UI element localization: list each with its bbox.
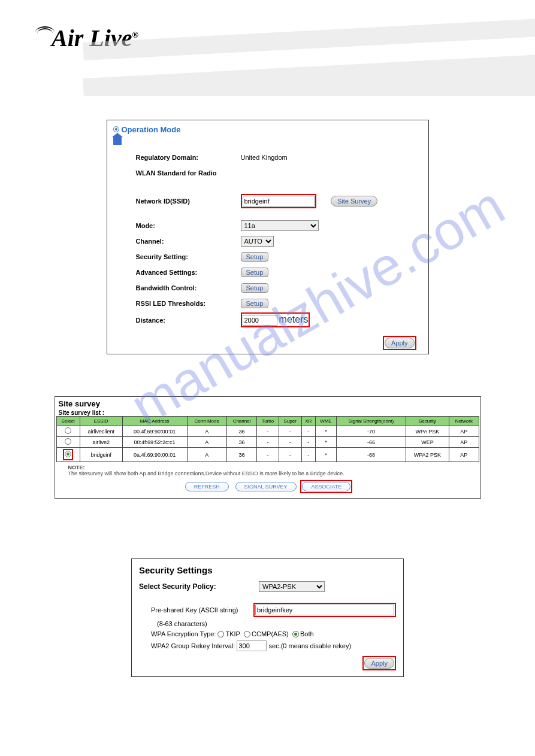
encryption-type-label: WPA Encryption Type: — [151, 630, 216, 637]
table-header: Channel — [227, 417, 257, 426]
ssid-highlight — [241, 194, 316, 208]
both-radio[interactable] — [292, 631, 299, 637]
security-apply-button[interactable]: Apply — [364, 658, 394, 669]
rekey-input[interactable] — [237, 640, 267, 651]
ssid-input[interactable] — [243, 196, 315, 207]
table-header: Security — [406, 417, 449, 426]
security-setup-button[interactable]: Setup — [241, 252, 269, 262]
logo-reg: ® — [132, 31, 138, 40]
advanced-settings-label: Advanced Settings: — [136, 269, 241, 276]
cell-sec: WPA2 PSK — [406, 448, 449, 462]
bandwidth-control-label: Bandwidth Control: — [136, 284, 241, 292]
operation-mode-label: Operation Mode — [122, 125, 181, 134]
table-header: Conn Mode — [187, 417, 227, 426]
header-swoosh — [146, 24, 535, 96]
wlan-standard-label: WLAN Standard for Radio — [136, 169, 241, 177]
security-policy-select[interactable]: WPA2-PSK — [259, 581, 325, 592]
ccmp-label: CCMP(AES) — [252, 630, 289, 637]
associate-highlight: ASSOCIATE — [300, 480, 352, 493]
psk-hint: (8-63 characters) — [151, 620, 396, 627]
panel1-title: Operation Mode — [107, 120, 428, 135]
select-radio[interactable] — [65, 438, 71, 445]
cell-essid: airlive2 — [80, 437, 122, 448]
table-header: ESSID — [80, 417, 122, 426]
cell-sec: WEP — [406, 437, 449, 448]
distance-input[interactable] — [243, 315, 277, 326]
ssid-label: Network ID(SSID) — [136, 198, 241, 205]
cell-wme: * — [315, 426, 336, 437]
rekey-label: WPA2 Group Rekey Interval: — [151, 642, 235, 649]
rssi-led-label: RSSI LED Thresholds: — [136, 300, 241, 307]
distance-label: Distance: — [136, 317, 241, 324]
cell-super: - — [279, 437, 301, 448]
table-header: Select — [56, 417, 80, 426]
cell-ch: 36 — [227, 437, 257, 448]
tkip-radio[interactable] — [217, 631, 224, 637]
psk-highlight — [253, 603, 396, 617]
refresh-button[interactable]: REFRESH — [185, 482, 229, 491]
site-survey-button[interactable]: Site Survey — [331, 196, 377, 207]
note-text: The sitesurvey will show both Ap and Bri… — [68, 470, 344, 476]
cell-net: AP — [449, 437, 479, 448]
cell-mac: 00:4f:69:52:2c:c1 — [122, 437, 187, 448]
cell-ch: 36 — [227, 426, 257, 437]
mode-label: Mode: — [136, 222, 241, 229]
both-label: Both — [300, 630, 314, 637]
cell-super: - — [279, 448, 301, 462]
table-header: WME — [315, 417, 336, 426]
advanced-setup-button[interactable]: Setup — [241, 268, 269, 277]
table-header: Signal Strength(dbm) — [337, 417, 406, 426]
psk-input[interactable] — [255, 605, 394, 615]
security-apply-highlight: Apply — [362, 656, 396, 670]
associate-button[interactable]: ASSOCIATE — [302, 482, 350, 491]
cell-xr: - — [301, 448, 315, 462]
channel-label: Channel: — [136, 238, 241, 245]
rekey-unit: sec.(0 means disable rekey) — [269, 642, 352, 649]
site-survey-table: SelectESSIDMAC AddressConn ModeChannelTu… — [56, 416, 479, 462]
cell-mode: A — [187, 426, 227, 437]
cell-sec: WPA PSK — [406, 426, 449, 437]
cell-net: AP — [449, 426, 479, 437]
cell-sig: -70 — [337, 426, 406, 437]
cell-ch: 36 — [227, 448, 257, 462]
security-policy-label: Select Security Policy: — [139, 582, 259, 591]
select-radio[interactable] — [65, 427, 71, 434]
note-label: NOTE: — [68, 464, 85, 470]
cell-turbo: - — [257, 437, 279, 448]
site-survey-title: Site survey — [59, 399, 477, 408]
cell-turbo: - — [257, 448, 279, 462]
home-icon[interactable] — [113, 136, 122, 145]
table-header: XR — [301, 417, 315, 426]
cell-net: AP — [449, 448, 479, 462]
cell-xr: - — [301, 426, 315, 437]
apply-highlight: Apply — [383, 336, 416, 350]
cell-essid: bridgeinf — [80, 448, 122, 462]
regulatory-domain-label: Regulatory Domain: — [136, 154, 241, 161]
cell-wme: * — [315, 437, 336, 448]
channel-select[interactable]: AUTO — [241, 236, 274, 247]
table-header: MAC Address — [122, 417, 187, 426]
cell-essid: airliveclient — [80, 426, 122, 437]
cell-sig: -68 — [337, 448, 406, 462]
table-header: Network — [449, 417, 479, 426]
regulatory-domain-value: United Kingdom — [241, 154, 410, 161]
operation-mode-panel: Operation Mode Regulatory Domain: United… — [107, 120, 429, 354]
cell-mac: 00.4f.69:90:00:01 — [122, 426, 187, 437]
ccmp-radio[interactable] — [244, 631, 250, 637]
site-survey-panel: Site survey Site survey list : SelectESS… — [55, 396, 481, 499]
apply-button[interactable]: Apply — [385, 338, 415, 348]
tkip-label: TKIP — [225, 630, 240, 637]
cell-sig: -66 — [337, 437, 406, 448]
signal-survey-button[interactable]: SIGNAL SURVEY — [235, 482, 297, 491]
rssi-setup-button[interactable]: Setup — [241, 299, 269, 308]
select-radio[interactable] — [65, 451, 71, 457]
cell-mode: A — [187, 448, 227, 462]
security-setting-label: Security Setting: — [136, 253, 241, 260]
security-settings-panel: Security Settings Select Security Policy… — [131, 558, 404, 677]
cell-xr: - — [301, 437, 315, 448]
table-header: Turbo — [257, 417, 279, 426]
meters-label: meters — [279, 314, 309, 324]
table-row: bridgeinf0a.4f.69:90:00:01A36---*-68WPA2… — [56, 448, 479, 462]
bandwidth-setup-button[interactable]: Setup — [241, 283, 269, 293]
mode-select[interactable]: 11a — [241, 220, 319, 231]
